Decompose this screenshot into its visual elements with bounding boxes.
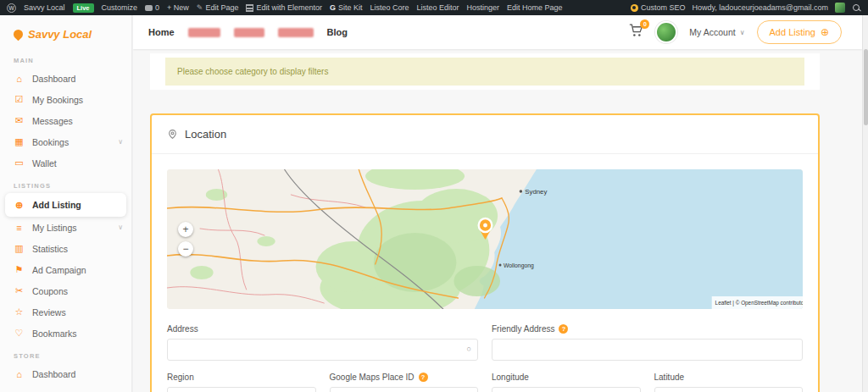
region-label: Region — [167, 373, 316, 382]
live-badge[interactable]: Live — [73, 3, 94, 13]
calendar-icon: ▦ — [14, 136, 25, 147]
field-longitude: Longitude — [492, 373, 641, 392]
new-content-link[interactable]: + New — [167, 3, 189, 12]
flag-icon: ⚑ — [14, 264, 25, 275]
sidebar-item-my-listings[interactable]: ≡ My Listings ∨ — [0, 217, 131, 238]
wollongong-dot — [499, 264, 502, 267]
geolocate-icon[interactable]: ○ — [467, 345, 471, 353]
add-listing-button[interactable]: Add Listing ⊕ — [757, 20, 843, 44]
longitude-input[interactable] — [492, 387, 641, 392]
sidebar-item-store-dashboard[interactable]: ⌂ Dashboard — [0, 363, 131, 384]
field-place-id: Google Maps Place ID ? — [330, 373, 479, 392]
location-panel-header: Location — [152, 115, 818, 154]
field-address: Address ○ — [167, 324, 478, 361]
site-header: Home Blog 0 My Account ∨ Add Listing — [133, 15, 862, 49]
chevron-down-icon: ∨ — [740, 29, 745, 36]
listeo-core-link[interactable]: Listeo Core — [370, 3, 409, 12]
chevron-down-icon: ∨ — [118, 138, 123, 146]
howdy-account-link[interactable]: Howdy, ladouceurjoeadams@gmail.com — [692, 3, 828, 12]
site-kit-link[interactable]: G Site Kit — [330, 3, 363, 12]
zoom-out-button[interactable]: − — [178, 241, 193, 257]
plus-circle-icon: ⊕ — [821, 26, 829, 38]
zoom-in-button[interactable]: + — [178, 222, 193, 237]
my-account-menu[interactable]: My Account ∨ — [689, 27, 744, 37]
leaflet-map[interactable]: Sydney Wollongong Leaflet | © OpenStreet… — [167, 169, 803, 309]
custom-seo-link[interactable]: Custom SEO — [631, 3, 686, 12]
google-g-icon: G — [330, 3, 336, 12]
wp-menu[interactable]: W — [7, 3, 16, 13]
cart-count-badge: 0 — [640, 19, 649, 29]
edit-with-elementor-link[interactable]: Edit with Elementor — [246, 3, 322, 12]
help-badge[interactable]: ? — [419, 373, 428, 382]
redacted-nav-item[interactable] — [234, 28, 264, 37]
admin-avatar[interactable] — [835, 3, 845, 13]
scissors-icon: ✂ — [14, 285, 25, 296]
category-notice: Please choose category to display filter… — [165, 58, 804, 86]
sidebar-item-bookmarks[interactable]: ♡ Bookmarks — [0, 323, 131, 344]
sidebar-item-messages[interactable]: ✉ Messages — [0, 110, 131, 131]
friendly-address-input[interactable] — [492, 339, 803, 361]
sidebar-item-statistics[interactable]: ▥ Statistics — [0, 238, 131, 259]
edit-page-link[interactable]: ✎ Edit Page — [197, 3, 239, 12]
cart-button[interactable]: 0 — [629, 24, 643, 41]
edit-home-page-link[interactable]: Edit Home Page — [507, 3, 563, 12]
latitude-input[interactable] — [654, 387, 804, 392]
page-scrollbar[interactable] — [862, 15, 868, 392]
zoom-controls: + − — [178, 222, 193, 257]
place-id-input[interactable] — [330, 387, 479, 392]
map-canvas[interactable]: Sydney Wollongong Leaflet | © OpenStreet… — [167, 169, 803, 309]
sidebar-item-wallet[interactable]: ▭ Wallet — [0, 152, 131, 174]
sidebar-item-reviews[interactable]: ☆ Reviews — [0, 301, 131, 323]
site-name-link[interactable]: Savvy Local — [24, 3, 65, 12]
sidebar-item-ad-campaign[interactable]: ⚑ Ad Campaign — [0, 259, 131, 280]
sidebar-section-store: STORE — [14, 352, 118, 360]
dashboard-icon: ⌂ — [14, 74, 25, 84]
sidebar-item-coupons[interactable]: ✂ Coupons — [0, 280, 131, 301]
sidebar-section-main: MAIN — [14, 57, 118, 64]
envelope-icon: ✉ — [14, 115, 25, 126]
chevron-down-icon: ∨ — [118, 224, 123, 231]
latitude-label: Latitude — [654, 373, 804, 382]
wp-admin-bar: W Savvy Local Live Customize 0 + New ✎ E… — [0, 0, 868, 15]
customize-link[interactable]: Customize — [102, 3, 138, 12]
sydney-dot — [520, 190, 523, 193]
map-attribution: Leaflet | © OpenStreetMap contributors — [715, 300, 803, 306]
search-icon[interactable] — [852, 3, 861, 13]
custom-seo-icon — [631, 4, 638, 12]
longitude-label: Longitude — [492, 373, 641, 382]
place-id-label: Google Maps Place ID — [330, 373, 415, 382]
redacted-nav-item[interactable] — [278, 28, 314, 37]
star-icon: ☆ — [14, 306, 25, 317]
field-friendly-address: Friendly Address ? — [492, 324, 803, 361]
hostinger-link[interactable]: Hostinger — [467, 3, 500, 12]
nav-blog[interactable]: Blog — [327, 27, 348, 37]
logo-icon — [12, 28, 25, 41]
logo[interactable]: Savvy Local — [0, 15, 131, 48]
page-content: Please choose category to display filter… — [133, 49, 862, 392]
sidebar-item-my-bookings[interactable]: ☑ My Bookings — [0, 89, 131, 110]
sidebar-item-add-listing[interactable]: ⊕ Add Listing — [5, 193, 126, 217]
wordpress-icon: W — [7, 3, 16, 13]
city-label-sydney: Sydney — [525, 188, 547, 196]
sidebar-item-dashboard[interactable]: ⌂ Dashboard — [0, 68, 131, 89]
list-icon: ≡ — [14, 223, 25, 233]
help-badge[interactable]: ? — [559, 324, 568, 334]
sidebar-item-products[interactable]: ▣ Products — [0, 384, 131, 392]
listeo-editor-link[interactable]: Listeo Editor — [417, 3, 459, 12]
sidebar-item-bookings[interactable]: ▦ Bookings ∨ — [0, 131, 131, 152]
sidebar-section-listings: LISTINGS — [14, 182, 118, 190]
main-area: Home Blog 0 My Account ∨ Add Listing — [133, 15, 862, 392]
redacted-nav-item[interactable] — [188, 28, 220, 37]
wallet-icon: ▭ — [14, 157, 25, 168]
avatar[interactable] — [655, 21, 677, 43]
heart-icon: ♡ — [14, 328, 25, 339]
region-input[interactable] — [167, 387, 316, 392]
comments-link[interactable]: 0 — [145, 3, 159, 12]
nav-home[interactable]: Home — [148, 27, 175, 37]
scrollbar-thumb[interactable] — [864, 49, 868, 125]
map-pin-icon — [167, 129, 178, 140]
location-panel: Location — [150, 113, 820, 392]
field-latitude: Latitude — [654, 373, 804, 392]
city-label-wollongong: Wollongong — [504, 262, 534, 269]
address-input[interactable] — [167, 339, 478, 361]
